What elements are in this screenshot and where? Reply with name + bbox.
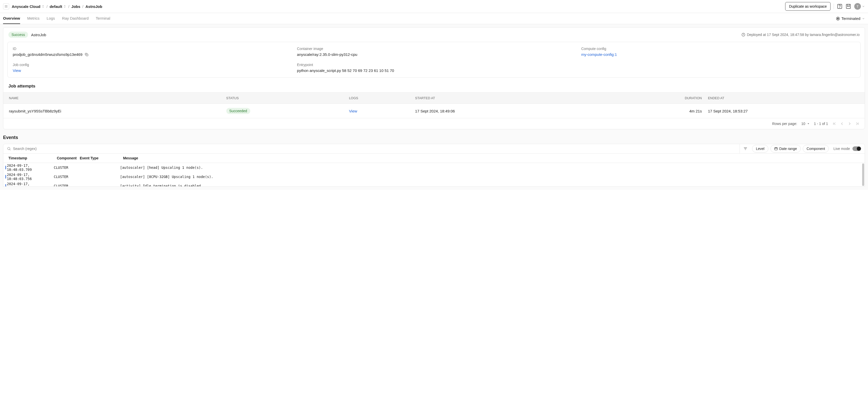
breadcrumb-job: AstroJob bbox=[85, 4, 102, 9]
tab-ray-dashboard[interactable]: Ray Dashboard bbox=[62, 13, 89, 24]
date-range-filter[interactable]: Date range bbox=[770, 145, 801, 152]
detail-container-label: Container image bbox=[297, 47, 571, 51]
copy-icon[interactable] bbox=[85, 53, 89, 57]
svg-point-13 bbox=[8, 147, 10, 150]
content: Success AstroJob Deployed at 17 Sept 202… bbox=[0, 24, 868, 190]
tab-overview[interactable]: Overview bbox=[3, 13, 20, 24]
breadcrumb-cloud[interactable]: Anyscale Cloud bbox=[12, 4, 44, 9]
events-title: Events bbox=[3, 135, 865, 140]
job-card: Success AstroJob Deployed at 17 Sept 202… bbox=[3, 27, 865, 129]
tabs-row: Overview Metrics Logs Ray Dashboard Term… bbox=[0, 13, 868, 24]
attempts-table-head: NAME STATUS LOGS STARTED AT DURATION END… bbox=[3, 92, 865, 104]
page-nav-icons bbox=[832, 121, 860, 126]
cell-logs-link[interactable]: View bbox=[349, 109, 415, 113]
component-filter[interactable]: Component bbox=[803, 145, 829, 152]
header-left: Anyscale Cloud / default / Jobs / AstroJ… bbox=[3, 3, 102, 9]
detail-id-value-row: prodjob_gc6ns4dm5rwuzsfsms9p13e469 bbox=[13, 52, 287, 57]
events-scroll[interactable]: 2024-09-17, 18:48:03.709 CLUSTER [autosc… bbox=[3, 163, 865, 186]
header-right: Duplicate as workspace T bbox=[785, 2, 865, 11]
detail-config: Job config View bbox=[13, 63, 287, 73]
events-table-head: Timestamp Component Event Type Message bbox=[3, 153, 865, 163]
detail-config-label: Job config bbox=[13, 63, 287, 67]
detail-container: Container image anyscale/ray:2.35.0-slim… bbox=[297, 47, 571, 57]
menu-button[interactable] bbox=[3, 3, 9, 9]
calendar-icon bbox=[774, 147, 778, 150]
breadcrumb: Anyscale Cloud / default / Jobs / AstroJ… bbox=[12, 4, 102, 9]
rows-per-page-label: Rows per page: bbox=[772, 122, 797, 126]
live-mode-wrap: Live mode bbox=[830, 146, 865, 151]
svg-rect-9 bbox=[86, 54, 88, 56]
prev-page-icon[interactable] bbox=[840, 121, 844, 126]
events-body: 2024-09-17, 18:48:03.709 CLUSTER [autosc… bbox=[3, 163, 865, 187]
col-started: STARTED AT bbox=[415, 96, 613, 100]
events-search-box bbox=[3, 144, 740, 153]
status-label: Terminated bbox=[841, 16, 860, 21]
detail-id: ID prodjob_gc6ns4dm5rwuzsfsms9p13e469 bbox=[13, 47, 287, 57]
date-range-label: Date range bbox=[779, 147, 797, 151]
cell-duration: 4m 21s bbox=[613, 109, 708, 113]
event-row: 2024-09-17, 18:48:03.709 CLUSTER [autosc… bbox=[3, 163, 865, 172]
first-page-icon[interactable] bbox=[832, 121, 837, 126]
detail-compute-link[interactable]: my-compute-config:1 bbox=[581, 52, 855, 57]
event-ts: 2024-09-17, 18:48:03.709 bbox=[7, 164, 54, 172]
detail-config-link[interactable]: View bbox=[13, 68, 287, 73]
svg-line-14 bbox=[10, 149, 10, 150]
breadcrumb-section[interactable]: Jobs bbox=[71, 4, 80, 9]
live-mode-toggle[interactable] bbox=[852, 146, 861, 151]
event-comp: CLUSTER bbox=[54, 166, 77, 170]
user-menu[interactable]: T bbox=[854, 3, 865, 10]
breadcrumb-cloud-label: Anyscale Cloud bbox=[12, 4, 40, 9]
evtcol-type: Event Type bbox=[80, 156, 123, 160]
breadcrumb-project-label: default bbox=[50, 4, 62, 9]
bookmark-icon[interactable] bbox=[845, 4, 851, 9]
detail-id-label: ID bbox=[13, 47, 287, 51]
evtcol-message: Message bbox=[123, 156, 860, 160]
col-logs: LOGS bbox=[349, 96, 415, 100]
rows-per-page-select[interactable]: 10 bbox=[801, 122, 810, 126]
attempts-table: NAME STATUS LOGS STARTED AT DURATION END… bbox=[3, 92, 865, 118]
filter-button[interactable] bbox=[740, 144, 751, 153]
evtcol-timestamp: Timestamp bbox=[8, 156, 57, 160]
svg-marker-10 bbox=[808, 123, 809, 124]
evtcol-component: Component bbox=[57, 156, 80, 160]
breadcrumb-separator: / bbox=[82, 4, 83, 9]
help-icon[interactable] bbox=[837, 4, 842, 9]
tab-metrics[interactable]: Metrics bbox=[27, 13, 39, 24]
hamburger-icon bbox=[4, 5, 8, 8]
job-header-left: Success AstroJob bbox=[8, 32, 46, 38]
status-dropdown[interactable]: Terminated bbox=[836, 16, 865, 21]
tab-logs[interactable]: Logs bbox=[46, 13, 55, 24]
col-status: STATUS bbox=[226, 96, 349, 100]
deployed-text: Deployed at 17 Sept 2024, 18:47:58 by ta… bbox=[747, 33, 860, 37]
breadcrumb-project[interactable]: default bbox=[50, 4, 66, 9]
event-level-bar bbox=[5, 166, 6, 169]
search-input[interactable] bbox=[13, 147, 736, 151]
level-filter[interactable]: Level bbox=[752, 145, 768, 152]
event-row: 2024-09-17, 18:48:03.756 CLUSTER [autosc… bbox=[3, 172, 865, 181]
cell-status: Succeeded bbox=[226, 108, 349, 114]
cell-ended: 17 Sept 2024, 18:53:27 bbox=[708, 109, 859, 113]
deployed-info: Deployed at 17 Sept 2024, 18:47:58 by ta… bbox=[741, 33, 860, 37]
col-name: NAME bbox=[9, 96, 226, 100]
duplicate-workspace-button[interactable]: Duplicate as workspace bbox=[785, 2, 831, 11]
detail-compute-label: Compute config bbox=[581, 47, 855, 51]
details-grid: ID prodjob_gc6ns4dm5rwuzsfsms9p13e469 Co… bbox=[7, 42, 861, 78]
event-level-bar bbox=[5, 184, 6, 186]
next-page-icon[interactable] bbox=[847, 121, 852, 126]
job-name: AstroJob bbox=[31, 33, 46, 37]
rows-value: 10 bbox=[801, 122, 805, 126]
detail-entrypoint-value: python anyscale_script.py 58 52 70 69 72… bbox=[297, 68, 571, 73]
scrollbar[interactable] bbox=[862, 164, 864, 186]
col-ended: ENDED AT bbox=[708, 96, 859, 100]
detail-compute: Compute config my-compute-config:1 bbox=[581, 47, 855, 57]
avatar: T bbox=[854, 3, 861, 10]
status-badge: Success bbox=[8, 32, 28, 38]
event-msg: [autoscaler] [head] Upscaling 1 node(s). bbox=[120, 166, 861, 170]
job-card-header: Success AstroJob Deployed at 17 Sept 202… bbox=[3, 28, 865, 42]
events-controls: Level Date range Component Live mode bbox=[3, 144, 865, 153]
page-range: 1 - 1 of 1 bbox=[814, 122, 828, 126]
tab-terminal[interactable]: Terminal bbox=[96, 13, 110, 24]
breadcrumb-separator: / bbox=[68, 4, 69, 9]
last-page-icon[interactable] bbox=[855, 121, 860, 126]
event-comp: CLUSTER bbox=[54, 175, 77, 179]
